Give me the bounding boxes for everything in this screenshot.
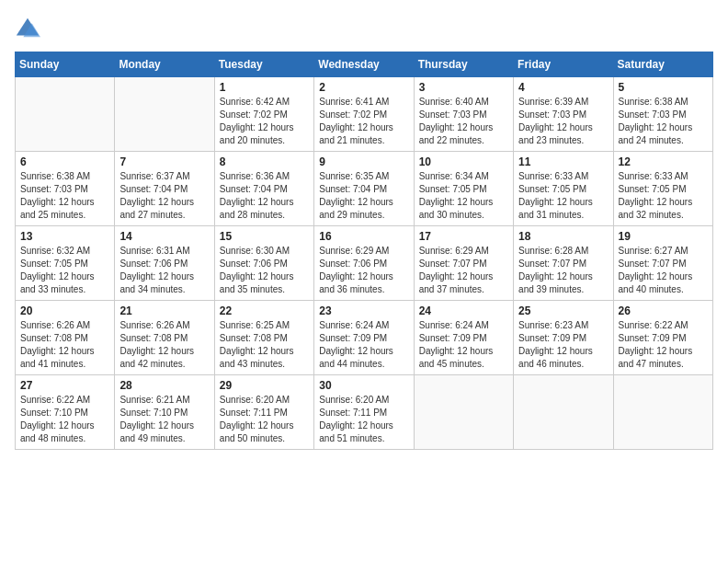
- calendar-week-5: 27Sunrise: 6:22 AMSunset: 7:10 PMDayligh…: [16, 375, 713, 450]
- calendar-cell: [514, 375, 613, 450]
- calendar-cell: 11Sunrise: 6:33 AMSunset: 7:05 PMDayligh…: [514, 152, 613, 226]
- day-number: 14: [119, 230, 209, 243]
- calendar-cell: 19Sunrise: 6:27 AMSunset: 7:07 PMDayligh…: [613, 226, 712, 301]
- calendar-week-2: 6Sunrise: 6:38 AMSunset: 7:03 PMDaylight…: [16, 152, 713, 226]
- day-number: 19: [619, 230, 708, 243]
- day-info: Sunrise: 6:24 AMSunset: 7:09 PMDaylight:…: [419, 319, 508, 371]
- col-header-wednesday: Wednesday: [314, 52, 414, 77]
- day-number: 13: [20, 230, 109, 243]
- day-info: Sunrise: 6:40 AMSunset: 7:03 PMDaylight:…: [419, 96, 508, 147]
- day-number: 28: [119, 379, 209, 392]
- day-info: Sunrise: 6:28 AMSunset: 7:07 PMDaylight:…: [518, 245, 608, 296]
- day-number: 16: [319, 230, 408, 243]
- col-header-thursday: Thursday: [414, 52, 513, 77]
- calendar-cell: [16, 77, 115, 152]
- calendar-cell: 23Sunrise: 6:24 AMSunset: 7:09 PMDayligh…: [314, 301, 414, 375]
- day-number: 24: [419, 304, 508, 317]
- day-info: Sunrise: 6:33 AMSunset: 7:05 PMDaylight:…: [619, 170, 708, 222]
- day-info: Sunrise: 6:27 AMSunset: 7:07 PMDaylight:…: [619, 245, 708, 296]
- calendar-cell: 4Sunrise: 6:39 AMSunset: 7:03 PMDaylight…: [514, 77, 613, 152]
- calendar-cell: 14Sunrise: 6:31 AMSunset: 7:06 PMDayligh…: [115, 226, 214, 301]
- col-header-monday: Monday: [115, 52, 214, 77]
- day-info: Sunrise: 6:34 AMSunset: 7:05 PMDaylight:…: [419, 170, 508, 222]
- calendar-cell: 1Sunrise: 6:42 AMSunset: 7:02 PMDaylight…: [214, 77, 313, 152]
- day-info: Sunrise: 6:20 AMSunset: 7:11 PMDaylight:…: [220, 394, 309, 445]
- day-info: Sunrise: 6:23 AMSunset: 7:09 PMDaylight:…: [518, 319, 608, 371]
- calendar-cell: 16Sunrise: 6:29 AMSunset: 7:06 PMDayligh…: [314, 226, 414, 301]
- calendar-cell: 20Sunrise: 6:26 AMSunset: 7:08 PMDayligh…: [16, 301, 115, 375]
- col-header-sunday: Sunday: [16, 52, 115, 77]
- day-info: Sunrise: 6:33 AMSunset: 7:05 PMDaylight:…: [518, 170, 608, 222]
- day-number: 27: [20, 379, 109, 392]
- day-number: 3: [419, 81, 508, 94]
- calendar-cell: 2Sunrise: 6:41 AMSunset: 7:02 PMDaylight…: [314, 77, 414, 152]
- day-info: Sunrise: 6:26 AMSunset: 7:08 PMDaylight:…: [20, 319, 109, 371]
- calendar-cell: 27Sunrise: 6:22 AMSunset: 7:10 PMDayligh…: [16, 375, 115, 450]
- day-number: 21: [119, 304, 209, 317]
- calendar-cell: 6Sunrise: 6:38 AMSunset: 7:03 PMDaylight…: [16, 152, 115, 226]
- day-number: 7: [119, 155, 209, 168]
- day-number: 2: [319, 81, 408, 94]
- calendar-cell: 28Sunrise: 6:21 AMSunset: 7:10 PMDayligh…: [115, 375, 214, 450]
- day-number: 26: [619, 304, 708, 317]
- day-number: 23: [319, 304, 408, 317]
- calendar-cell: 12Sunrise: 6:33 AMSunset: 7:05 PMDayligh…: [613, 152, 712, 226]
- logo-icon: [15, 15, 40, 40]
- calendar-cell: 18Sunrise: 6:28 AMSunset: 7:07 PMDayligh…: [514, 226, 613, 301]
- day-info: Sunrise: 6:24 AMSunset: 7:09 PMDaylight:…: [319, 319, 408, 371]
- day-info: Sunrise: 6:20 AMSunset: 7:11 PMDaylight:…: [319, 394, 408, 445]
- day-number: 25: [518, 304, 608, 317]
- day-info: Sunrise: 6:36 AMSunset: 7:04 PMDaylight:…: [220, 170, 309, 222]
- day-number: 5: [619, 81, 708, 94]
- calendar-cell: 9Sunrise: 6:35 AMSunset: 7:04 PMDaylight…: [314, 152, 414, 226]
- calendar-cell: [414, 375, 513, 450]
- day-info: Sunrise: 6:41 AMSunset: 7:02 PMDaylight:…: [319, 96, 408, 147]
- day-info: Sunrise: 6:30 AMSunset: 7:06 PMDaylight:…: [220, 245, 309, 296]
- calendar-cell: 26Sunrise: 6:22 AMSunset: 7:09 PMDayligh…: [613, 301, 712, 375]
- day-info: Sunrise: 6:38 AMSunset: 7:03 PMDaylight:…: [20, 170, 109, 222]
- calendar-week-3: 13Sunrise: 6:32 AMSunset: 7:05 PMDayligh…: [16, 226, 713, 301]
- calendar-cell: 7Sunrise: 6:37 AMSunset: 7:04 PMDaylight…: [115, 152, 214, 226]
- calendar-week-1: 1Sunrise: 6:42 AMSunset: 7:02 PMDaylight…: [16, 77, 713, 152]
- day-number: 9: [319, 155, 408, 168]
- day-info: Sunrise: 6:35 AMSunset: 7:04 PMDaylight:…: [319, 170, 408, 222]
- day-info: Sunrise: 6:29 AMSunset: 7:06 PMDaylight:…: [319, 245, 408, 296]
- day-number: 30: [319, 379, 408, 392]
- calendar-cell: 29Sunrise: 6:20 AMSunset: 7:11 PMDayligh…: [214, 375, 313, 450]
- calendar-cell: 17Sunrise: 6:29 AMSunset: 7:07 PMDayligh…: [414, 226, 513, 301]
- calendar-week-4: 20Sunrise: 6:26 AMSunset: 7:08 PMDayligh…: [16, 301, 713, 375]
- calendar-cell: [115, 77, 214, 152]
- day-info: Sunrise: 6:22 AMSunset: 7:09 PMDaylight:…: [619, 319, 708, 371]
- calendar-cell: 22Sunrise: 6:25 AMSunset: 7:08 PMDayligh…: [214, 301, 313, 375]
- logo: [15, 15, 44, 40]
- day-number: 8: [220, 155, 309, 168]
- day-number: 11: [518, 155, 608, 168]
- day-number: 22: [220, 304, 309, 317]
- calendar-cell: 3Sunrise: 6:40 AMSunset: 7:03 PMDaylight…: [414, 77, 513, 152]
- day-number: 15: [220, 230, 309, 243]
- day-number: 29: [220, 379, 309, 392]
- day-number: 6: [20, 155, 109, 168]
- calendar-cell: 10Sunrise: 6:34 AMSunset: 7:05 PMDayligh…: [414, 152, 513, 226]
- col-header-saturday: Saturday: [613, 52, 712, 77]
- day-number: 17: [419, 230, 508, 243]
- day-info: Sunrise: 6:29 AMSunset: 7:07 PMDaylight:…: [419, 245, 508, 296]
- page-header: [15, 15, 713, 40]
- day-info: Sunrise: 6:42 AMSunset: 7:02 PMDaylight:…: [220, 96, 309, 147]
- day-info: Sunrise: 6:32 AMSunset: 7:05 PMDaylight:…: [20, 245, 109, 296]
- day-number: 18: [518, 230, 608, 243]
- day-info: Sunrise: 6:25 AMSunset: 7:08 PMDaylight:…: [220, 319, 309, 371]
- day-number: 4: [518, 81, 608, 94]
- col-header-tuesday: Tuesday: [214, 52, 313, 77]
- day-number: 1: [220, 81, 309, 94]
- calendar-header-row: SundayMondayTuesdayWednesdayThursdayFrid…: [16, 52, 713, 77]
- calendar-cell: 21Sunrise: 6:26 AMSunset: 7:08 PMDayligh…: [115, 301, 214, 375]
- day-info: Sunrise: 6:39 AMSunset: 7:03 PMDaylight:…: [518, 96, 608, 147]
- calendar-cell: 8Sunrise: 6:36 AMSunset: 7:04 PMDaylight…: [214, 152, 313, 226]
- day-info: Sunrise: 6:37 AMSunset: 7:04 PMDaylight:…: [119, 170, 209, 222]
- calendar-cell: 25Sunrise: 6:23 AMSunset: 7:09 PMDayligh…: [514, 301, 613, 375]
- day-number: 10: [419, 155, 508, 168]
- day-info: Sunrise: 6:38 AMSunset: 7:03 PMDaylight:…: [619, 96, 708, 147]
- day-info: Sunrise: 6:26 AMSunset: 7:08 PMDaylight:…: [119, 319, 209, 371]
- day-number: 12: [619, 155, 708, 168]
